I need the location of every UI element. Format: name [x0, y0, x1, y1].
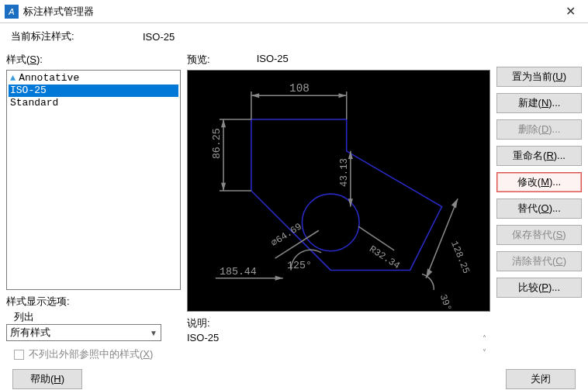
override-button[interactable]: 替代(O)...	[496, 198, 582, 219]
styles-label: 样式(S):	[6, 53, 181, 67]
svg-line-15	[426, 198, 458, 278]
dim-angle-right: 39°	[438, 293, 454, 311]
style-item-iso25[interactable]: ISO-25	[9, 85, 178, 97]
compare-button[interactable]: 比较(P)...	[496, 278, 582, 298]
list-label: 列出	[14, 310, 181, 324]
preview-canvas: 108 86.25	[187, 70, 490, 312]
list-dropdown[interactable]: 所有样式 ▼	[6, 324, 161, 341]
dim-radius: R32.34	[367, 243, 402, 271]
checkbox-box	[14, 350, 24, 360]
save-override-button: 保存替代(S)	[496, 225, 582, 245]
current-style-label: 当前标注样式:	[11, 29, 143, 43]
svg-marker-6	[339, 93, 347, 98]
display-options-label: 样式显示选项:	[6, 295, 181, 309]
current-style-row: 当前标注样式: ISO-25	[6, 29, 582, 43]
dim-top: 108	[289, 82, 310, 95]
svg-marker-11	[221, 183, 226, 191]
style-item-annotative[interactable]: ▲ Annotative	[9, 72, 178, 85]
desc-scroll-up[interactable]: ˄	[478, 332, 490, 344]
dim-mid: 43.13	[339, 158, 350, 187]
style-item-standard[interactable]: Standard	[9, 97, 178, 109]
dim-diag: 128.25	[448, 240, 472, 275]
exclude-xref-checkbox: 不列出外部参照中的样式(X)	[14, 347, 181, 361]
svg-marker-10	[221, 119, 226, 127]
dim-angle-left: 125°	[287, 260, 312, 271]
checkbox-label: 不列出外部参照中的样式(X)	[29, 347, 153, 361]
delete-button: 删除(D)...	[496, 119, 582, 140]
dropdown-value: 所有样式	[10, 326, 50, 340]
dim-left: 86.25	[211, 128, 223, 159]
dim-bottom: 185.44	[220, 266, 257, 278]
description-label: 说明:	[187, 316, 490, 330]
app-icon: A	[5, 5, 19, 19]
svg-marker-21	[275, 276, 283, 281]
svg-marker-5	[251, 93, 259, 98]
titlebar: A 标注样式管理器 ✕	[0, 0, 588, 23]
annotative-icon: ▲	[10, 72, 16, 85]
preview-label: 预览:	[187, 53, 210, 67]
help-button[interactable]: 帮助(H)	[12, 369, 82, 389]
close-button[interactable]: 关闭	[506, 369, 576, 389]
current-style-value: ISO-25	[143, 31, 175, 43]
chevron-down-icon: ▼	[150, 329, 157, 337]
modify-button[interactable]: 修改(M)...	[496, 172, 582, 192]
svg-marker-16	[451, 198, 458, 208]
rename-button[interactable]: 重命名(R)...	[496, 146, 582, 166]
preview-style-name: ISO-25	[257, 53, 289, 67]
clear-override-button: 清除替代(C)	[496, 251, 582, 271]
window-title: 标注样式管理器	[23, 5, 552, 19]
new-button[interactable]: 新建(N)...	[496, 93, 582, 113]
set-current-button[interactable]: 置为当前(U)	[496, 67, 582, 87]
description-value: ISO-25	[187, 332, 219, 343]
close-icon[interactable]: ✕	[552, 0, 588, 23]
style-list[interactable]: ▲ Annotative ISO-25 Standard	[6, 70, 181, 290]
desc-scroll-down[interactable]: ˅	[478, 346, 490, 358]
svg-marker-14	[348, 198, 353, 206]
